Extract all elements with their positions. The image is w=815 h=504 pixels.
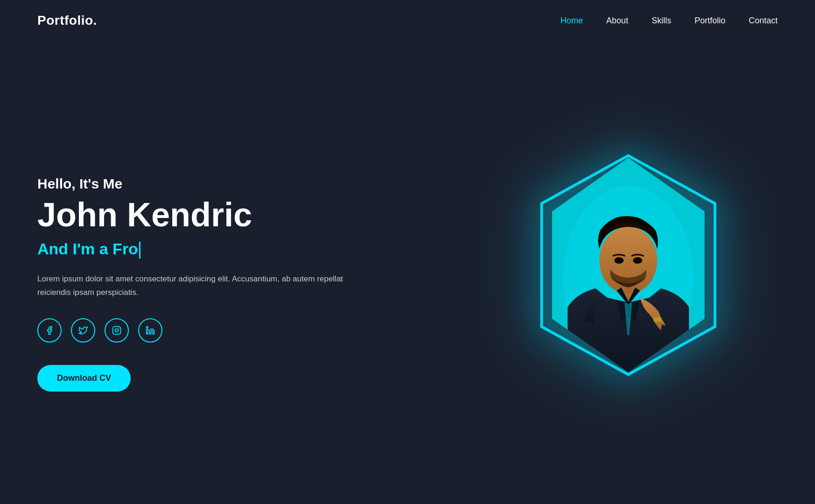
svg-point-10 (614, 257, 624, 264)
svg-rect-12 (653, 317, 662, 322)
nav-link-portfolio[interactable]: Portfolio (695, 16, 725, 25)
twitter-icon[interactable] (71, 318, 95, 343)
instagram-icon[interactable] (105, 318, 129, 343)
nav-link-skills[interactable]: Skills (652, 16, 671, 25)
nav-item-portfolio[interactable]: Portfolio (695, 16, 725, 26)
linkedin-icon[interactable] (138, 318, 162, 343)
svg-point-3 (147, 327, 148, 328)
nav-item-home[interactable]: Home (561, 16, 583, 26)
hero-image-container (526, 148, 740, 391)
cursor-blink (139, 242, 141, 259)
nav-links: Home About Skills Portfolio Contact (561, 16, 778, 26)
download-cv-button[interactable]: Download CV (37, 365, 131, 392)
role-typed: Fro (112, 240, 138, 258)
facebook-icon[interactable] (37, 318, 62, 343)
hero-greeting: Hello, It's Me (37, 176, 355, 192)
nav-item-about[interactable]: About (606, 16, 628, 26)
brand-logo[interactable]: Portfolio. (37, 13, 97, 28)
nav-link-contact[interactable]: Contact (749, 16, 778, 25)
role-prefix: And I'm a (37, 240, 112, 258)
nav-link-about[interactable]: About (606, 16, 628, 25)
nav-item-skills[interactable]: Skills (652, 16, 671, 26)
nav-item-contact[interactable]: Contact (749, 16, 778, 26)
svg-rect-2 (147, 329, 148, 334)
svg-rect-0 (113, 327, 121, 335)
navbar: Portfolio. Home About Skills Portfolio C… (0, 0, 815, 41)
hero-text-block: Hello, It's Me John Kendric And I'm a Fr… (37, 176, 355, 392)
nav-link-home[interactable]: Home (561, 16, 583, 25)
svg-point-11 (633, 257, 642, 264)
hero-name: John Kendric (37, 196, 355, 233)
hexagon-wrapper (526, 148, 731, 382)
hero-section: Hello, It's Me John Kendric And I'm a Fr… (0, 41, 815, 498)
social-icons-row (37, 318, 355, 343)
hero-description: Lorem ipsum dolor sit amet consectetur a… (37, 273, 355, 300)
hero-role: And I'm a Fro (37, 240, 355, 259)
